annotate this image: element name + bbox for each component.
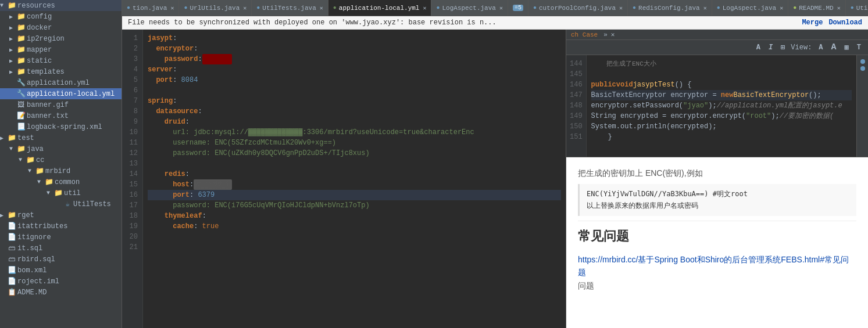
code-line[interactable]: server: — [148, 64, 561, 75]
tree-arrow[interactable]: ▶ — [9, 35, 16, 42]
tree-item-UtilTests[interactable]: ☕UtilTests — [0, 199, 122, 210]
tree-arrow[interactable]: ▶ — [9, 13, 16, 20]
tab-close-icon[interactable]: ✕ — [837, 5, 841, 12]
tab-close-icon[interactable]: ✕ — [780, 5, 783, 12]
tree-arrow[interactable]: ▼ — [28, 168, 35, 174]
tree-item-banner-gif[interactable]: 🖼banner.gif — [0, 99, 122, 110]
tab-bar[interactable]: ● tion.java ✕ ● UrlUtils.java ✕ ● UtilTe… — [122, 0, 868, 16]
tree-item-mapper[interactable]: ▶📁mapper — [0, 44, 122, 55]
readme-panel[interactable]: 把生成的密钥加上 ENC(密钥),例如 ENC(YiYjVwTulDGN//Ya… — [566, 157, 868, 328]
tree-item-it-sql[interactable]: 🗃it.sql — [0, 243, 122, 254]
code-line[interactable]: url: jdbc:mysql://▓▓▓▓▓▓▓▓▓▓▓▓▓:3306/mrb… — [148, 127, 561, 138]
right-code-line[interactable] — [591, 142, 852, 153]
code-line[interactable]: thymeleaf: — [148, 211, 561, 221]
tab-es5[interactable]: =5 — [508, 0, 528, 16]
code-line[interactable]: username: ENC(5SZfzcdMCtmulK20Wv0+xg==) — [148, 138, 561, 148]
tab-close-icon[interactable]: ✕ — [320, 5, 323, 12]
code-line[interactable] — [148, 232, 561, 242]
code-line[interactable] — [148, 85, 561, 96]
tree-arrow[interactable]: ▶ — [9, 69, 16, 75]
tree-item-ADME-MD[interactable]: 📋ADME.MD — [0, 287, 122, 298]
tab-readme[interactable]: ● README.MD ✕ — [788, 0, 845, 16]
tree-item-config[interactable]: ▶📁config — [0, 11, 122, 22]
code-line[interactable]: password: •••••• — [148, 54, 561, 64]
tree-arrow[interactable]: ▼ — [47, 190, 53, 196]
code-area[interactable]: jasypt: encryptor: password: ••••••serve… — [143, 30, 566, 328]
code-line[interactable] — [148, 158, 561, 169]
tab-action-java[interactable]: ● tion.java ✕ — [122, 0, 179, 16]
tree-item-application-yml[interactable]: 🔧application.yml — [0, 77, 122, 88]
tree-item-logback-spring-xml[interactable]: 📃logback-spring.xml — [0, 121, 122, 132]
code-line[interactable]: password: ENC(uZKdh0y8DQCV6gnPpD2uDS+/TI… — [148, 148, 561, 158]
find-arrows[interactable]: » — [603, 31, 608, 38]
tab-log-aspect1[interactable]: ● LogAspect.java ✕ — [431, 0, 508, 16]
tab-close-icon[interactable]: ✕ — [243, 5, 247, 12]
view-table[interactable]: ▦ — [842, 42, 851, 53]
code-line[interactable]: redis: — [148, 169, 561, 179]
tree-item-itattributes[interactable]: 📄itattributes — [0, 221, 122, 232]
italic-button[interactable]: I — [766, 42, 775, 53]
code-line[interactable]: encryptor: — [148, 44, 561, 54]
tab-close-icon[interactable]: ✕ — [703, 5, 707, 12]
find-close-icon[interactable]: ✕ — [611, 31, 615, 38]
tree-item-common[interactable]: ▼📁common — [0, 176, 122, 188]
tree-arrow[interactable]: ▼ — [9, 146, 16, 152]
code-line[interactable]: spring: — [148, 96, 561, 106]
tree-item-cc[interactable]: ▼📁cc — [0, 154, 122, 165]
tab-application-local[interactable]: ● application-local.yml ✕ — [328, 0, 432, 16]
tree-item-itignore[interactable]: 📄itignore — [0, 232, 122, 243]
right-code-line[interactable]: BasicTextEncryptor encryptor = new Basic… — [591, 90, 852, 100]
right-code-line[interactable] — [591, 69, 852, 80]
download-button[interactable]: Download — [828, 19, 862, 27]
table-button[interactable]: ⊞ — [778, 42, 787, 53]
file-tree[interactable]: ▼📁resources▶📁config▶📁docker▶📁ip2region▶📁… — [0, 0, 122, 328]
tree-item-java[interactable]: ▼📁java — [0, 143, 122, 154]
right-code-line[interactable]: encryptor.setPassword("jyao");//applicat… — [591, 100, 852, 111]
tree-item-application-local-yml[interactable]: 🔧application-local.yml — [0, 88, 122, 99]
tree-item-ip2region[interactable]: ▶📁ip2region — [0, 33, 122, 44]
code-line[interactable]: port: 6379 — [148, 190, 561, 200]
view-a-large[interactable]: A — [829, 41, 839, 53]
code-editor[interactable]: 123456789101112131415161718192021 jasypt… — [122, 30, 566, 328]
tree-item-templates[interactable]: ▶📁templates — [0, 66, 122, 77]
right-code-line[interactable]: String encrypted = encryptor.encrypt("ro… — [591, 111, 852, 121]
tab-url-utils[interactable]: ● UrlUtils.java ✕ — [179, 0, 252, 16]
tree-item-banner-txt[interactable]: 📝banner.txt — [0, 110, 122, 121]
right-code-line[interactable]: System.out.println(encrypted); — [591, 121, 852, 132]
code-line[interactable]: druid: — [148, 117, 561, 127]
right-code-line[interactable]: public void jasyptTest() { — [591, 80, 852, 90]
view-t[interactable]: T — [855, 42, 863, 53]
tree-item-docker[interactable]: ▶📁docker — [0, 22, 122, 33]
tree-item-resources[interactable]: ▼📁resources — [0, 0, 122, 11]
tab-close-icon[interactable]: ✕ — [423, 5, 426, 12]
tree-item-rget[interactable]: ▶📁rget — [0, 210, 122, 221]
tree-arrow[interactable]: ▼ — [0, 2, 7, 9]
right-code-line[interactable]: } — [591, 132, 852, 142]
tab-log-aspect2[interactable]: ● LogAspect.java ✕ — [712, 0, 788, 16]
tab-redis-config[interactable]: ● RedisConfig.java ✕ — [628, 0, 712, 16]
tree-arrow[interactable]: ▼ — [37, 179, 44, 185]
tree-arrow[interactable]: ▶ — [0, 135, 7, 142]
tree-item-bom-xml[interactable]: 📃bom.xml — [0, 265, 122, 276]
tree-arrow[interactable]: ▶ — [9, 24, 16, 31]
tree-arrow[interactable]: ▶ — [9, 57, 16, 64]
view-a-small[interactable]: A — [816, 42, 825, 53]
tab-executor-pool[interactable]: ● cutorPoolConfig.java ✕ — [528, 0, 628, 16]
code-line[interactable]: password: ENC(i76G5cUqVMrQIoHJCldpNN+bVn… — [148, 200, 561, 211]
code-line[interactable]: datasource: — [148, 106, 561, 117]
code-line[interactable]: cache: true — [148, 221, 561, 232]
tree-item-mrbird[interactable]: ▼📁mrbird — [0, 165, 122, 176]
tree-item-static[interactable]: ▶📁static — [0, 55, 122, 66]
tab-close-icon[interactable]: ✕ — [619, 5, 623, 12]
tab-close-icon[interactable]: ✕ — [499, 5, 503, 12]
tab-close-icon[interactable]: ✕ — [170, 5, 174, 12]
tree-item-util[interactable]: ▼📁util — [0, 188, 122, 199]
tree-arrow[interactable]: ▶ — [0, 212, 7, 219]
code-line[interactable]: jasypt: — [148, 33, 561, 44]
tab-util-tests[interactable]: ● UtilTests.java ✕ — [252, 0, 328, 16]
code-line[interactable]: port: 8084 — [148, 75, 561, 85]
merge-button[interactable]: Merge — [802, 19, 823, 27]
readme-link[interactable]: https://mrbird.cc/基于Spring Boot和Shiro的后台… — [578, 255, 849, 277]
tree-item-rbird-sql[interactable]: 🗃rbird.sql — [0, 254, 122, 265]
right-code-area[interactable]: 把生成了ENC大小 public void jasyptTest() { Bas… — [587, 55, 856, 157]
